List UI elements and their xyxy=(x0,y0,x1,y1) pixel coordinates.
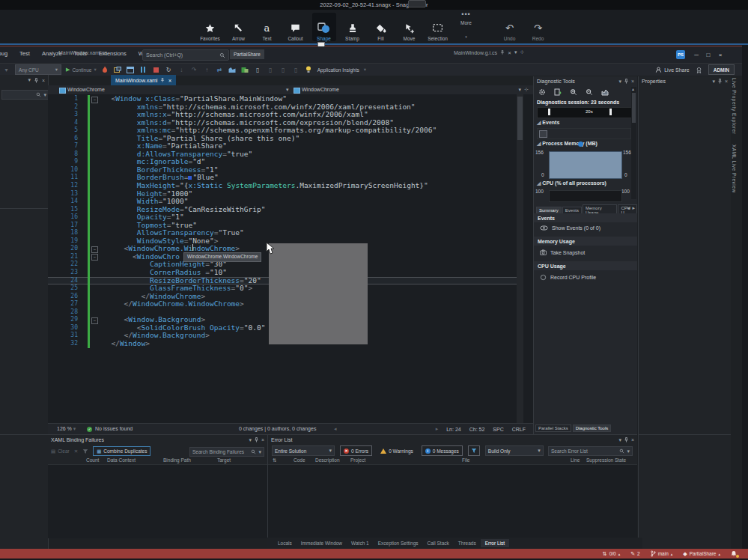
tab-mainwindow-g-i-cs[interactable]: MainWindow.g.i.cs ✕ ▾ ⊹ xyxy=(449,47,529,58)
column-target[interactable]: Target xyxy=(217,457,231,463)
zoom-in-icon[interactable] xyxy=(570,88,577,96)
hot-reload-icon[interactable] xyxy=(101,65,109,74)
column-file[interactable]: File xyxy=(462,457,469,463)
reset-view-icon[interactable] xyxy=(601,88,609,96)
pin-icon[interactable] xyxy=(34,78,39,83)
panel-tab-parallel-stacks[interactable]: Parallel Stacks xyxy=(535,424,571,432)
binding-failures-header[interactable]: XAML Binding Failures ▾ × xyxy=(48,435,267,445)
scrollbar-thumb[interactable] xyxy=(517,97,523,140)
column-code[interactable]: Code xyxy=(294,457,305,463)
memory-section-toggle[interactable]: ◢ Process Memory (MB) xyxy=(534,141,631,147)
step-out-icon[interactable]: ↑ xyxy=(203,65,211,74)
collapse-icon[interactable]: ◂ xyxy=(334,426,337,432)
create-report-icon[interactable] xyxy=(554,88,562,96)
notifications-bell[interactable] xyxy=(731,550,742,557)
app-insights-label[interactable]: Application Insights xyxy=(317,67,359,73)
close-icon[interactable]: × xyxy=(631,437,634,442)
combine-duplicates-button[interactable]: ▦ Combine Duplicates xyxy=(93,446,150,456)
continue-button[interactable]: ▶ Continue ▾ xyxy=(66,67,97,73)
snagit-tool-selection[interactable]: Selection xyxy=(426,13,450,41)
chevron-down-icon[interactable]: ▾ xyxy=(28,77,31,83)
snagit-tool-arrow[interactable]: Arrow xyxy=(227,13,251,41)
properties-header[interactable]: Properties ▾ × xyxy=(639,76,731,86)
snagit-redo-button[interactable]: ↷Redo xyxy=(526,13,550,41)
bottom-tab-locals[interactable]: Locals xyxy=(273,539,297,547)
snagit-tool-shape[interactable]: Shape xyxy=(312,13,336,41)
close-button[interactable]: × xyxy=(714,48,726,61)
restart-icon[interactable]: ↻ xyxy=(165,65,173,74)
close-icon[interactable]: × xyxy=(261,437,264,442)
chevron-down-icon[interactable]: ▾ xyxy=(618,437,621,443)
live-share-button[interactable]: Live Share xyxy=(655,67,689,73)
bookmark-clear-icon[interactable]: ▯ xyxy=(292,65,300,74)
document-well-options-icon[interactable]: ⊹ xyxy=(520,49,525,55)
side-tab-live-property-explorer[interactable]: Live Property Explorer xyxy=(732,78,737,134)
vs-search-box[interactable]: Search (Ctrl+Q) xyxy=(142,49,229,61)
tab-mainwindow-xaml[interactable]: MainWindow.xaml ✕ xyxy=(111,75,176,85)
chevron-down-icon[interactable]: ▾ xyxy=(249,437,252,443)
sync-status[interactable]: ⇅0/0▴ xyxy=(603,551,620,557)
panel-tab-diagnostic-tools[interactable]: Diagnostic Tools xyxy=(573,424,612,432)
feedback-icon[interactable] xyxy=(696,67,702,73)
breadcrumb-item[interactable]: WindowChrome xyxy=(302,87,339,92)
pause-icon[interactable] xyxy=(139,65,148,74)
bottom-tab-call-stack[interactable]: Call Stack xyxy=(423,539,454,547)
snagit-undo-button[interactable]: ↶Undo xyxy=(498,13,522,41)
snagit-tool-favorites[interactable]: Favorites xyxy=(198,13,222,41)
show-output-icon[interactable] xyxy=(228,65,237,74)
chevron-down-icon[interactable]: ▾ xyxy=(712,79,715,85)
breadcrumb-item[interactable]: WindowChrome xyxy=(67,87,105,92)
drawn-rectangle-shape[interactable] xyxy=(269,243,368,344)
preview-window-icon[interactable] xyxy=(127,65,135,74)
diagnostics-timeline[interactable]: 20s xyxy=(537,107,634,118)
close-icon[interactable]: ✕ xyxy=(508,50,511,55)
close-icon[interactable]: × xyxy=(725,79,728,84)
step-into-icon[interactable]: ↓ xyxy=(177,65,186,74)
snagit-tool-fill[interactable]: Fill xyxy=(369,13,393,41)
bottom-tab-watch-1[interactable]: Watch 1 xyxy=(347,539,374,547)
bottom-tab-immediate-window[interactable]: Immediate Window xyxy=(297,539,347,547)
bottom-tab-threads[interactable]: Threads xyxy=(454,539,481,547)
pending-changes[interactable]: ✎2 xyxy=(630,551,640,557)
snagit-tool-stamp[interactable]: Stamp xyxy=(341,13,365,41)
side-tab-xaml-live-preview[interactable]: XAML Live Preview xyxy=(732,144,737,193)
snagit-more-button[interactable]: •••More▾ xyxy=(454,13,478,41)
bottom-tab-error-list[interactable]: Error List xyxy=(481,539,509,547)
filter-button[interactable] xyxy=(468,445,480,456)
health-indicator-icon[interactable]: ✓ xyxy=(87,427,92,432)
show-events-link[interactable]: Show Events (0 of 0) xyxy=(540,225,600,231)
zoom-level[interactable]: 126 % ▾ xyxy=(57,426,76,432)
events-section-toggle[interactable]: ◢ Events xyxy=(534,120,631,126)
error-list-header[interactable]: Error List ▾ × xyxy=(268,435,637,445)
breakpoint-icon[interactable]: ⇄ xyxy=(216,65,224,74)
warnings-filter-button[interactable]: 0 Warnings xyxy=(377,446,416,455)
pin-icon[interactable] xyxy=(160,78,165,82)
fold-collapse-icon[interactable]: − xyxy=(91,246,98,253)
new-window-icon[interactable] xyxy=(114,65,122,74)
record-cpu-link[interactable]: Record CPU Profile xyxy=(540,274,596,281)
xaml-reload-icon[interactable] xyxy=(241,65,249,74)
zoom-out-icon[interactable] xyxy=(586,88,593,96)
error-scope-dropdown[interactable]: Entire Solution▾ xyxy=(272,445,335,456)
solution-config-dropdown[interactable]: Any CPU▾ xyxy=(15,64,61,75)
bookmark-icon[interactable]: ▯ xyxy=(254,65,262,74)
memory-usage-header[interactable]: Memory Usage xyxy=(534,237,637,246)
pin-icon[interactable] xyxy=(500,50,505,55)
bookmark-next-icon[interactable]: ▯ xyxy=(279,65,288,74)
menu-debug[interactable]: Debug xyxy=(0,50,7,57)
tab-mainwindow-xaml-cs[interactable]: MainWindow.xaml.cs xyxy=(54,47,112,58)
chevron-down-icon[interactable]: ▾ xyxy=(514,49,517,55)
delete-icon[interactable]: ✕ xyxy=(74,448,78,454)
snagit-tool-text[interactable]: aText xyxy=(255,13,279,41)
issues-status[interactable]: No issues found xyxy=(95,426,133,431)
build-filter-dropdown[interactable]: Build Only▾ xyxy=(485,445,544,456)
vs-account-logo[interactable]: PS xyxy=(676,50,685,59)
admin-badge[interactable]: ADMIN xyxy=(708,64,735,75)
column-project[interactable]: Project xyxy=(350,457,365,463)
editor-scrollbar[interactable] xyxy=(517,94,523,423)
fold-collapse-icon[interactable]: − xyxy=(91,254,98,261)
left-search-box[interactable]: ▾ xyxy=(1,90,49,100)
repo-indicator[interactable]: ◆PartialShare▴ xyxy=(683,551,720,557)
close-icon[interactable]: ✕ xyxy=(168,78,171,83)
binding-failures-body[interactable] xyxy=(48,465,267,538)
